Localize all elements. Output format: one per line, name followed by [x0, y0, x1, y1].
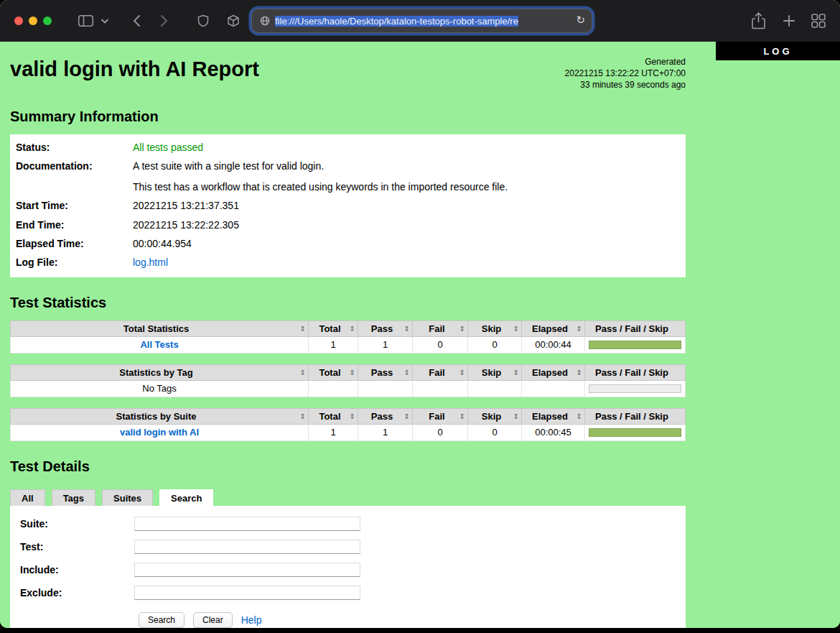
total-cell: 1 — [309, 336, 358, 353]
sort-icon — [350, 412, 355, 420]
pass-cell: 1 — [358, 424, 413, 440]
tab-suites[interactable]: Suites — [102, 489, 153, 506]
fail-cell: 0 — [413, 424, 468, 440]
summary-row-status: Status: All tests passed — [10, 138, 686, 157]
share-icon[interactable] — [750, 0, 767, 42]
forward-icon[interactable] — [157, 0, 171, 42]
generated-label: Generated — [565, 56, 686, 68]
include-input[interactable] — [134, 563, 360, 577]
summary-row-end-time: End Time: 20221215 13:22:22.305 — [10, 216, 686, 234]
stats-header-elapsed[interactable]: Elapsed — [522, 320, 585, 336]
pass-cell: 1 — [358, 336, 413, 353]
pass-fail-skip-bar — [589, 428, 681, 437]
url-selected-text: file:///Users/haole/Desktop/katalon-test… — [275, 16, 518, 27]
address-bar[interactable]: file:///Users/haole/Desktop/katalon-test… — [251, 9, 592, 33]
sort-icon — [300, 412, 306, 420]
form-row-exclude: Exclude: — [16, 583, 680, 602]
extensions-cube-icon[interactable] — [225, 0, 241, 42]
stats-header-name[interactable]: Statistics by Tag — [11, 364, 309, 380]
shield-icon[interactable] — [195, 0, 211, 42]
stats-header-name[interactable]: Statistics by Suite — [11, 408, 309, 424]
stats-header-pass[interactable]: Pass — [358, 320, 413, 336]
stats-header-fail[interactable]: Fail — [413, 320, 468, 336]
stats-header-elapsed[interactable]: Elapsed — [522, 408, 585, 424]
sort-icon — [300, 325, 306, 333]
sort-icon — [577, 369, 582, 376]
back-icon[interactable] — [129, 0, 144, 42]
maximize-window-button[interactable] — [43, 17, 52, 25]
statistics-heading: Test Statistics — [10, 295, 686, 311]
log-button[interactable]: LOG — [716, 42, 840, 60]
sort-icon — [513, 369, 519, 376]
url-text: file:///Users/haole/Desktop/katalon-test… — [275, 16, 518, 27]
tab-overview-icon[interactable] — [810, 0, 827, 42]
sort-icon — [459, 369, 465, 376]
pass-cell — [358, 380, 413, 397]
close-window-button[interactable] — [14, 17, 23, 25]
start-time-label: Start Time: — [16, 198, 133, 213]
summary-table: Status: All tests passed Documentation: … — [10, 134, 686, 277]
sort-icon — [459, 412, 465, 420]
new-tab-icon[interactable] — [781, 0, 797, 42]
status-value: All tests passed — [133, 140, 203, 154]
tab-all[interactable]: All — [10, 489, 45, 506]
end-time-value: 20221215 13:22:22.305 — [133, 218, 239, 232]
suite-input[interactable] — [134, 517, 360, 531]
total-statistics-table: Total Statistics Total Pass Fail Skip El… — [10, 320, 686, 354]
stats-header-total[interactable]: Total — [309, 408, 358, 424]
details-tabs: All Tags Suites Search — [10, 489, 840, 506]
clear-button[interactable]: Clear — [193, 612, 233, 628]
no-tags-label: No Tags — [142, 383, 176, 394]
stats-header-pass[interactable]: Pass — [358, 408, 413, 424]
stats-header-graph[interactable]: Pass / Fail / Skip — [585, 320, 686, 336]
stats-header-skip[interactable]: Skip — [468, 364, 522, 380]
browser-chrome: file:///Users/haole/Desktop/katalon-test… — [0, 0, 840, 42]
browser-window: file:///Users/haole/Desktop/katalon-test… — [0, 0, 840, 628]
pass-fail-skip-bar — [589, 384, 681, 393]
skip-cell: 0 — [468, 336, 522, 353]
stats-header-name[interactable]: Total Statistics — [11, 320, 309, 336]
all-tests-link[interactable]: All Tests — [140, 339, 178, 350]
stats-table-title: Statistics by Suite — [116, 411, 197, 422]
include-field-label: Include: — [16, 564, 134, 576]
summary-row-documentation: Documentation: A test suite with a singl… — [10, 157, 686, 197]
start-time-value: 20221215 13:21:37.351 — [133, 198, 239, 213]
stats-header-skip[interactable]: Skip — [468, 320, 522, 336]
page-title: valid login with AI Report — [10, 57, 259, 81]
search-button[interactable]: Search — [139, 612, 185, 628]
reload-icon[interactable] — [576, 14, 585, 27]
summary-row-log-file: Log File: log.html — [10, 253, 686, 272]
suite-link[interactable]: valid login with AI — [120, 427, 199, 438]
pass-fail-skip-bar — [589, 341, 681, 349]
sidebar-icon[interactable] — [76, 0, 95, 42]
stats-header-fail[interactable]: Fail — [413, 364, 468, 380]
total-cell — [309, 380, 358, 397]
stats-header-skip[interactable]: Skip — [468, 408, 522, 424]
stats-header-pass[interactable]: Pass — [358, 364, 413, 380]
tab-tags[interactable]: Tags — [52, 489, 95, 506]
log-file-label: Log File: — [16, 255, 133, 269]
sort-icon — [404, 369, 410, 376]
sort-icon — [300, 369, 306, 376]
stats-header-graph[interactable]: Pass / Fail / Skip — [585, 364, 686, 380]
summary-heading: Summary Information — [10, 108, 686, 125]
minimize-window-button[interactable] — [29, 17, 37, 25]
window-controls — [14, 17, 52, 25]
chevron-down-icon[interactable] — [99, 0, 111, 42]
sort-icon — [513, 325, 519, 333]
suite-statistics-table: Statistics by Suite Total Pass Fail Skip… — [10, 408, 686, 441]
elapsed-time-value: 00:00:44.954 — [133, 236, 192, 251]
stats-header-fail[interactable]: Fail — [413, 408, 468, 424]
form-buttons: Search Clear Help — [139, 612, 680, 628]
test-input[interactable] — [134, 540, 360, 554]
report-header: valid login with AI Report Generated 202… — [10, 42, 686, 91]
help-link[interactable]: Help — [241, 614, 262, 626]
stats-header-total[interactable]: Total — [309, 364, 358, 380]
tab-search[interactable]: Search — [159, 489, 213, 506]
stats-header-total[interactable]: Total — [309, 320, 358, 336]
elapsed-cell — [522, 380, 585, 397]
exclude-input[interactable] — [134, 586, 360, 600]
stats-header-elapsed[interactable]: Elapsed — [522, 364, 585, 380]
stats-header-graph[interactable]: Pass / Fail / Skip — [585, 408, 686, 424]
log-file-link[interactable]: log.html — [133, 257, 168, 268]
